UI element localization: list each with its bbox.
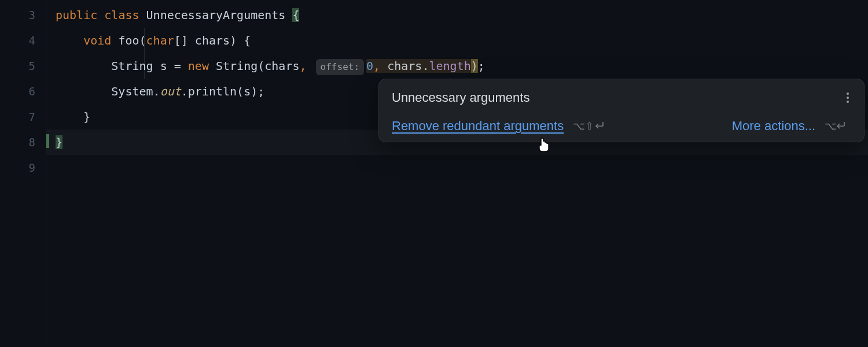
line-number: 4 [0, 28, 35, 53]
inspection-popup: Unnecessary arguments Remove redundant a… [378, 79, 865, 142]
field: out [160, 84, 181, 98]
code-line-3[interactable]: public class UnnecessaryArguments { [46, 2, 868, 28]
shortcut-hint: ⌥ [825, 120, 851, 132]
keyword: new [188, 59, 216, 73]
line-number: 3 [0, 2, 35, 28]
line-number: 9 [0, 155, 35, 180]
keyword: char [146, 34, 174, 47]
class-name: UnnecessaryArguments [146, 8, 286, 22]
code-line-4[interactable]: void foo(char[] chars) { [46, 28, 868, 53]
constructor: String [216, 59, 258, 73]
param: chars [195, 34, 230, 47]
line-number: 8 [0, 130, 35, 155]
line-gutter: 3 4 5 6 7 8 9 [0, 0, 46, 347]
keyword: public [56, 8, 97, 22]
kebab-menu-icon[interactable] [844, 88, 851, 107]
brackets: [] [174, 34, 195, 47]
shortcut-hint: ⌥⇧ [573, 120, 609, 132]
type: String [111, 59, 160, 73]
popup-title: Unnecessary arguments [392, 90, 529, 105]
popup-actions: Remove redundant arguments ⌥⇧ More actio… [392, 119, 851, 134]
code-area[interactable]: public class UnnecessaryArguments { void… [46, 0, 868, 347]
more-actions-link[interactable]: More actions... [732, 119, 815, 134]
line-number: 7 [0, 104, 35, 130]
keyword: class [104, 8, 139, 22]
brace: } [83, 110, 90, 124]
code-line-9[interactable] [46, 155, 868, 180]
brace: } [56, 135, 62, 149]
line-number: 5 [0, 53, 35, 79]
svg-text:⌥⇧: ⌥⇧ [573, 120, 594, 132]
line-number: 6 [0, 79, 35, 104]
keyword: void [83, 34, 111, 47]
popup-header: Unnecessary arguments [392, 88, 851, 107]
brace: { [292, 8, 299, 22]
method-name: foo [118, 34, 139, 47]
code-line-5[interactable]: String s = new String(chars, offset:0, c… [46, 53, 868, 79]
quick-fix-link[interactable]: Remove redundant arguments [392, 119, 564, 134]
inlay-hint[interactable]: offset: [316, 59, 364, 75]
svg-text:⌥: ⌥ [825, 120, 837, 132]
paren: ( [139, 34, 146, 47]
method: println [188, 84, 237, 98]
var: s [160, 59, 174, 73]
code-editor[interactable]: 3 4 5 6 7 8 9 public class UnnecessaryAr… [0, 0, 868, 347]
paren: ) { [230, 34, 251, 47]
